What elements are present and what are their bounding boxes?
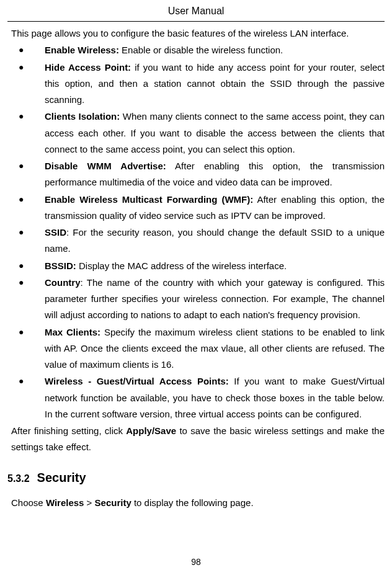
item-term: Clients Isolation:: [45, 111, 120, 122]
section-body: Choose Wireless > Security to display th…: [7, 495, 385, 511]
section-heading: 5.3.2Security: [7, 467, 385, 489]
nav-pre: Choose: [11, 497, 46, 508]
list-item: SSID: For the security reason, you shoul…: [11, 225, 385, 257]
list-item: Max Clients: Specify the maximum wireles…: [11, 324, 385, 373]
list-item: Wireless - Guest/Virtual Access Points: …: [11, 373, 385, 422]
item-term: Enable Wireless:: [45, 45, 119, 55]
item-term: SSID: [45, 227, 66, 238]
item-desc: Enable or disable the wireless function.: [119, 45, 283, 55]
nav-sep: >: [84, 497, 94, 508]
nav-wireless: Wireless: [46, 497, 84, 508]
list-item: Clients Isolation: When many clients con…: [11, 109, 385, 158]
list-item: Enable Wireless Multicast Forwarding (WM…: [11, 192, 385, 225]
item-term: Max Clients:: [45, 327, 100, 337]
item-desc: : The name of the country with which you…: [45, 277, 385, 321]
list-item: Hide Access Point: if you want to hide a…: [11, 60, 385, 109]
list-item: Enable Wireless: Enable or disable the w…: [11, 42, 385, 58]
list-item: Country: The name of the country with wh…: [11, 275, 385, 324]
closing-pre: After finishing setting, click: [11, 425, 126, 436]
item-term: Hide Access Point:: [45, 62, 131, 73]
section-number: 5.3.2: [7, 473, 30, 484]
item-desc: : For the security reason, you should ch…: [45, 227, 385, 254]
closing-paragraph: After finishing setting, click Apply/Sav…: [7, 423, 385, 456]
item-term: BSSID:: [45, 260, 76, 271]
apply-save-label: Apply/Save: [126, 425, 176, 436]
nav-post: to display the following page.: [131, 497, 254, 508]
section-title: Security: [37, 471, 86, 484]
list-item: BSSID: Display the MAC address of the wi…: [11, 258, 385, 274]
page-header: User Manual: [7, 0, 385, 22]
item-term: Disable WMM Advertise:: [45, 161, 166, 171]
list-item: Disable WMM Advertise: After enabling th…: [11, 158, 385, 191]
item-term: Enable Wireless Multicast Forwarding (WM…: [45, 194, 253, 205]
intro-text: This page allows you to configure the ba…: [7, 25, 385, 42]
item-term: Wireless - Guest/Virtual Access Points:: [45, 376, 229, 386]
page-number: 98: [0, 554, 392, 570]
nav-security: Security: [95, 497, 131, 508]
item-desc: Display the MAC address of the wireless …: [76, 260, 287, 271]
item-term: Country: [45, 277, 81, 288]
feature-list: Enable Wireless: Enable or disable the w…: [7, 42, 385, 422]
